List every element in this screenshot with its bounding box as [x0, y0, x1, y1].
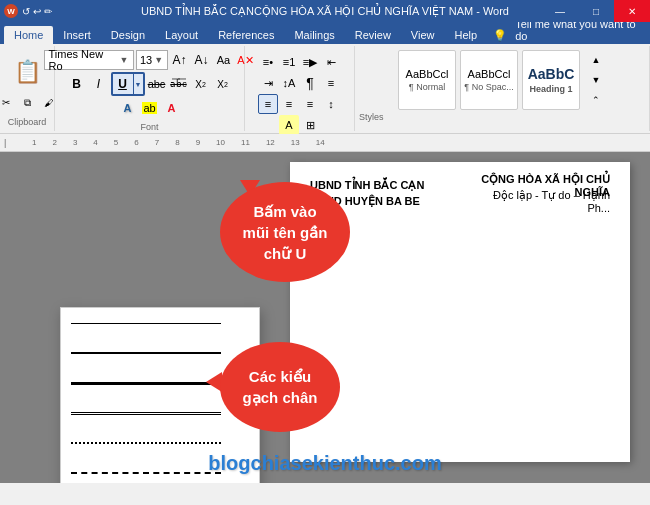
- increase-indent-btn[interactable]: ⇥: [258, 73, 278, 93]
- style-heading1[interactable]: AaBbC Heading 1: [522, 50, 580, 110]
- doc-right-column: CỘNG HÒA XÃ HỘI CHỦ NGHĨA Độc lập - Tự d…: [470, 177, 610, 209]
- tab-references[interactable]: References: [208, 26, 284, 44]
- ribbon-tab-bar: Home Insert Design Layout References Mai…: [0, 22, 650, 44]
- line-spacing-btn[interactable]: ↕: [321, 94, 341, 114]
- underline-dropdown-arrow[interactable]: ▼: [133, 74, 143, 94]
- styles-scroll-up[interactable]: ▲: [586, 51, 606, 69]
- font-name-arrow[interactable]: ▼: [120, 55, 129, 65]
- sort-btn[interactable]: ↕A: [279, 73, 299, 93]
- font-color-btn[interactable]: A: [162, 98, 182, 118]
- multilevel-btn[interactable]: ≡▶: [300, 52, 320, 72]
- quick-access: ↺ ↩ ✏: [22, 6, 52, 17]
- close-btn[interactable]: ✕: [614, 0, 650, 22]
- window-controls: — □ ✕: [542, 0, 650, 22]
- text-highlight-btn[interactable]: ab: [140, 98, 160, 118]
- strikethrough-btn[interactable]: abc: [147, 74, 167, 94]
- title-bar-left: W ↺ ↩ ✏: [4, 4, 52, 18]
- font-name-value: Times New Ro: [49, 48, 118, 72]
- doc-line-1: UBND TỈNH BẮC CẠN: [310, 177, 450, 193]
- font-size-arrow[interactable]: ▼: [154, 55, 163, 65]
- style-normal-preview: AaBbCcl: [406, 68, 449, 80]
- document-area: None More Underlines... Underline Color …: [0, 152, 650, 483]
- decrease-font-btn[interactable]: A↓: [192, 50, 212, 70]
- style-normal-label: ¶ Normal: [409, 82, 445, 92]
- bullets-btn[interactable]: ≡•: [258, 52, 278, 72]
- increase-font-btn[interactable]: A↑: [170, 50, 190, 70]
- style-heading-preview: AaBbC: [528, 66, 575, 82]
- word-icon: W: [4, 4, 18, 18]
- text-effects-btn[interactable]: A: [118, 98, 138, 118]
- highlight-icon: ab: [142, 102, 156, 114]
- bubble2: Các kiểu gạch chân: [220, 342, 340, 432]
- ruler: | 12345 678910 11121314: [0, 134, 650, 152]
- styles-expand[interactable]: ⌃: [586, 91, 606, 109]
- doc-line-4: Độc lập - Tự do – Hạnh Ph...: [470, 193, 610, 209]
- align-center-btn[interactable]: ≡: [258, 94, 278, 114]
- tell-me-icon: 💡: [487, 27, 513, 44]
- tab-layout[interactable]: Layout: [155, 26, 208, 44]
- title-bar: W ↺ ↩ ✏ UBND TỈNH BẮC CẠNCỘNG HÒA XÃ HỘI…: [0, 0, 650, 22]
- bubble1-text: Bấm vào mũi tên gần chữ U: [243, 201, 328, 264]
- tab-design[interactable]: Design: [101, 26, 155, 44]
- superscript-btn[interactable]: X2: [213, 74, 233, 94]
- tab-mailings[interactable]: Mailings: [284, 26, 344, 44]
- align-right-btn[interactable]: ≡: [279, 94, 299, 114]
- tab-home[interactable]: Home: [4, 26, 53, 44]
- style-heading-label: Heading 1: [529, 84, 572, 94]
- bubble2-text: Các kiểu gạch chân: [243, 366, 318, 408]
- cut-btn[interactable]: ✂: [0, 93, 16, 113]
- numbering-btn[interactable]: ≡1: [279, 52, 299, 72]
- ruler-marks: 12345 678910 11121314: [32, 138, 325, 147]
- maximize-btn[interactable]: □: [578, 0, 614, 22]
- bold-btn[interactable]: B: [67, 74, 87, 94]
- double-strike-btn[interactable]: a͞b͞c: [169, 74, 189, 94]
- title-text: UBND TỈNH BẮC CẠNCỘNG HÒA XÃ HỘI CHỦ NGH…: [141, 5, 509, 18]
- paragraph-group: ≡• ≡1 ≡▶ ⇤ ⇥ ↕A ¶ ≡ ≡ ≡ ≡ ↕ A ⊞ Paragrap…: [245, 46, 355, 131]
- styles-scroll-down[interactable]: ▼: [586, 71, 606, 89]
- justify-btn[interactable]: ≡: [300, 94, 320, 114]
- styles-row: AaBbCcl ¶ Normal AaBbCcl ¶ No Spac... Aa…: [398, 50, 606, 110]
- style-normal[interactable]: AaBbCcl ¶ Normal: [398, 50, 456, 110]
- paste-btn[interactable]: 📋: [9, 53, 45, 91]
- ruler-icon: |: [4, 138, 6, 148]
- tab-help[interactable]: Help: [445, 26, 488, 44]
- align-left-btn[interactable]: ≡: [321, 73, 341, 93]
- minimize-btn[interactable]: —: [542, 0, 578, 22]
- shading-btn[interactable]: A: [279, 115, 299, 135]
- style-nospace[interactable]: AaBbCcl ¶ No Spac...: [460, 50, 518, 110]
- styles-label: Styles: [359, 110, 384, 122]
- copy-btn[interactable]: ⧉: [17, 93, 37, 113]
- underline-combo[interactable]: U ▼: [111, 72, 145, 96]
- font-size-value: 13: [140, 54, 152, 66]
- italic-btn[interactable]: I: [89, 74, 109, 94]
- ribbon: 📋 ✂ ⧉ 🖌 Clipboard Times New Ro ▼ 13 ▼ A↑…: [0, 44, 650, 134]
- clipboard-label: Clipboard: [8, 115, 47, 127]
- bubble1: Bấm vào mũi tên gần chữ U: [220, 182, 350, 282]
- style-nospace-preview: AaBbCcl: [468, 68, 511, 80]
- font-label: Font: [140, 120, 158, 132]
- borders-btn[interactable]: ⊞: [300, 115, 320, 135]
- underline-btn[interactable]: U: [113, 74, 133, 94]
- subscript-btn[interactable]: X2: [191, 74, 211, 94]
- change-case-btn[interactable]: Aa: [214, 50, 234, 70]
- font-name-box[interactable]: Times New Ro ▼: [44, 50, 134, 70]
- ul-option-thin[interactable]: [61, 308, 259, 338]
- style-nospace-label: ¶ No Spac...: [464, 82, 513, 92]
- font-color-icon: A: [168, 102, 176, 114]
- watermark: blogchiasekienthuc.com: [208, 452, 441, 475]
- tab-review[interactable]: Review: [345, 26, 401, 44]
- decrease-indent-btn[interactable]: ⇤: [321, 52, 341, 72]
- font-size-box[interactable]: 13 ▼: [136, 50, 168, 70]
- tab-insert[interactable]: Insert: [53, 26, 101, 44]
- font-group: Times New Ro ▼ 13 ▼ A↑ A↓ Aa A✕ B I U ▼ …: [55, 46, 245, 131]
- tab-view[interactable]: View: [401, 26, 445, 44]
- text-effects-icon: A: [124, 102, 132, 114]
- styles-group: AaBbCcl ¶ Normal AaBbCcl ¶ No Spac... Aa…: [355, 46, 650, 131]
- show-para-btn[interactable]: ¶: [300, 73, 320, 93]
